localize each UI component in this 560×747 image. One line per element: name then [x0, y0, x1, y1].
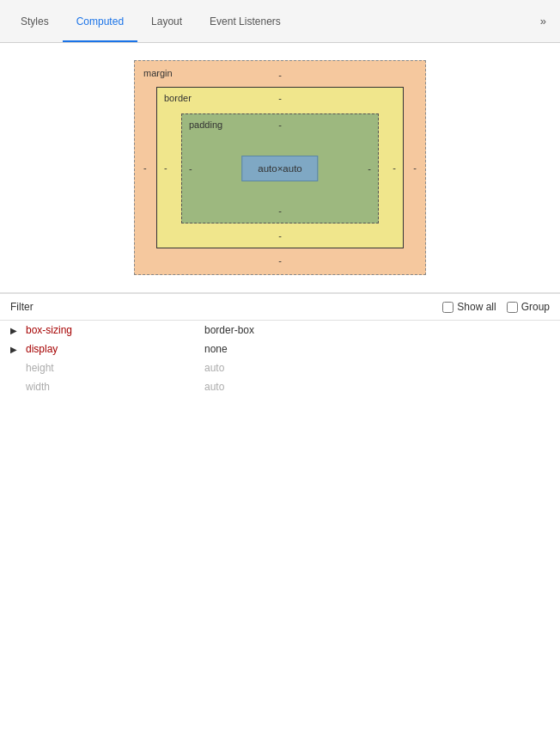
padding-box: padding - - - - auto×auto	[181, 113, 379, 223]
show-all-checkbox[interactable]	[442, 302, 453, 313]
expand-icon-box-sizing[interactable]: ▶	[10, 326, 19, 335]
margin-box: margin - - - - border - - - - padding - …	[134, 60, 426, 275]
prop-value-width: auto	[204, 381, 224, 393]
content-dimensions: auto×auto	[258, 163, 301, 174]
tab-computed[interactable]: Computed	[63, 0, 137, 42]
margin-bottom-value: -	[278, 255, 282, 266]
tab-layout[interactable]: Layout	[137, 0, 196, 42]
tab-event-listeners-label: Event Listeners	[210, 15, 281, 28]
filter-bar: Filter Show all Group	[0, 294, 560, 321]
prop-value-display: none	[204, 343, 228, 355]
prop-name-height: height	[26, 362, 198, 374]
border-right-value: -	[393, 162, 396, 173]
border-bottom-value: -	[278, 230, 282, 241]
prop-value-height: auto	[204, 362, 224, 374]
expand-icon-display[interactable]: ▶	[10, 345, 19, 354]
tab-event-listeners[interactable]: Event Listeners	[196, 0, 295, 42]
tab-styles[interactable]: Styles	[7, 0, 63, 42]
tab-layout-label: Layout	[151, 15, 182, 28]
padding-right-value: -	[368, 163, 371, 174]
filter-label: Filter	[10, 301, 432, 313]
tab-bar: Styles Computed Layout Event Listeners »	[0, 0, 560, 43]
padding-bottom-value: -	[278, 205, 282, 216]
border-left-value: -	[164, 162, 167, 173]
tab-computed-label: Computed	[76, 15, 124, 28]
properties-area: Filter Show all Group ▶ box-sizing borde…	[0, 294, 560, 396]
padding-left-value: -	[189, 163, 192, 174]
box-model-area: margin - - - - border - - - - padding - …	[0, 43, 560, 293]
show-all-label: Show all	[457, 301, 496, 313]
prop-name-width: width	[26, 381, 198, 393]
prop-name-box-sizing: box-sizing	[26, 324, 198, 336]
tab-more-button[interactable]: »	[533, 15, 553, 28]
group-label: Group	[521, 301, 550, 313]
tab-more-icon: »	[540, 15, 546, 28]
margin-right-value: -	[413, 162, 417, 173]
padding-label: padding	[189, 119, 222, 130]
tab-styles-label: Styles	[21, 15, 49, 28]
border-label: border	[164, 93, 192, 103]
padding-top-value: -	[278, 119, 282, 130]
box-diagram: margin - - - - border - - - - padding - …	[134, 60, 426, 275]
border-box: border - - - - padding - - - - auto×auto	[156, 87, 404, 248]
margin-top-value: -	[278, 70, 282, 80]
property-row-display[interactable]: ▶ display none	[0, 340, 560, 358]
property-row-width[interactable]: ▶ width auto	[0, 377, 560, 396]
prop-name-display: display	[26, 343, 198, 355]
prop-value-box-sizing: border-box	[204, 324, 254, 336]
property-row-height[interactable]: ▶ height auto	[0, 358, 560, 377]
border-top-value: -	[278, 93, 282, 103]
property-row-box-sizing[interactable]: ▶ box-sizing border-box	[0, 321, 560, 340]
group-checkbox[interactable]	[507, 302, 518, 313]
group-group: Group	[507, 301, 550, 313]
show-all-group: Show all	[442, 301, 496, 313]
margin-left-value: -	[143, 162, 147, 173]
margin-label: margin	[143, 68, 173, 78]
content-box: auto×auto	[241, 156, 318, 181]
